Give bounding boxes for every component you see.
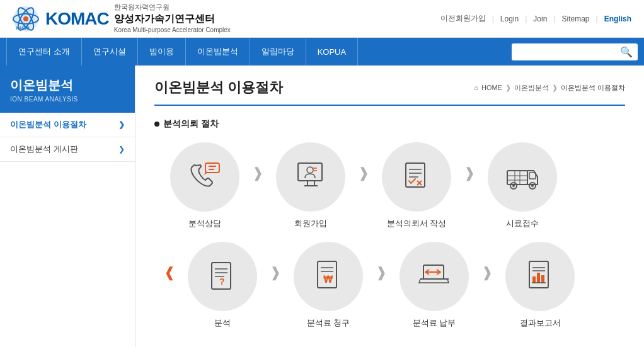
svg-text:KAERI: KAERI bbox=[16, 26, 30, 30]
sidebar-title-en: ION BEAM ANALYSIS bbox=[10, 96, 125, 103]
nav-item-beam[interactable]: 빔이용 bbox=[138, 38, 186, 65]
top-link-english[interactable]: English bbox=[604, 14, 631, 23]
nav-item-ion[interactable]: 이온빔분석 bbox=[186, 38, 250, 65]
page-title: 이온빔분석 이용절차 bbox=[154, 78, 283, 97]
svg-point-25 bbox=[512, 185, 515, 187]
svg-rect-23 bbox=[529, 173, 536, 179]
process-label-6: 분석료 청구 bbox=[307, 317, 350, 329]
section-title: 분석의뢰 절차 bbox=[154, 118, 625, 130]
svg-text:?: ? bbox=[219, 276, 225, 287]
chevron-right-icon-2: ❯ bbox=[118, 145, 125, 154]
process-circle-5: ? bbox=[188, 242, 257, 311]
process-label-4: 시료접수 bbox=[506, 218, 539, 229]
process-circle-8 bbox=[505, 242, 575, 311]
page-title-bar: 이온빔분석 이용절차 ⌂ HOME ❱ 이온빔분석 ❱ 이온빔분석 이용절차 bbox=[154, 78, 625, 106]
process-label-2: 회원가입 bbox=[294, 218, 327, 229]
process-circle-7 bbox=[400, 242, 469, 311]
logo-area: KAERI KOMAC 한국원자력연구원 양성자가속기연구센터 Korea Mu… bbox=[13, 3, 231, 35]
svg-rect-46 bbox=[537, 273, 540, 283]
sidebar-menu: 이온빔분석 이용절차 ❯ 이온빔분석 게시판 ❯ bbox=[0, 111, 135, 162]
process-label-7: 분석료 납부 bbox=[413, 317, 456, 329]
nav-item-facilities[interactable]: 연구시설 bbox=[82, 38, 138, 65]
content-wrapper: 이온빔분석 ION BEAM ANALYSIS 이온빔분석 이용절차 ❯ 이온빔… bbox=[0, 65, 644, 347]
truck-icon bbox=[502, 157, 543, 198]
main-content: 이온빔분석 이용절차 ⌂ HOME ❱ 이온빔분석 ❱ 이온빔분석 이용절차 분… bbox=[135, 65, 644, 347]
search-icon[interactable]: 🔍 bbox=[620, 46, 633, 58]
process-item-1: 분석상담 bbox=[154, 142, 255, 229]
top-link-sitemap[interactable]: Sitemap bbox=[562, 14, 590, 23]
org-name: 한국원자력연구원 양성자가속기연구센터 Korea Multi-purpose … bbox=[114, 3, 231, 35]
process-item-3: 분석의뢰서 작성 bbox=[366, 142, 467, 229]
process-row-2: ❰ ? 분석 ❱ bbox=[154, 242, 625, 329]
process-circle-6: ₩ bbox=[294, 242, 363, 311]
process-label-1: 분석상담 bbox=[188, 218, 221, 229]
sidebar-item-procedure[interactable]: 이온빔분석 이용절차 ❯ bbox=[0, 113, 135, 137]
kaeri-emblem: KAERI bbox=[13, 6, 39, 32]
document-won-icon: ₩ bbox=[308, 256, 349, 297]
svg-rect-47 bbox=[541, 275, 544, 283]
svg-point-13 bbox=[307, 167, 313, 173]
process-circle-3 bbox=[382, 142, 451, 212]
member-register-icon bbox=[290, 157, 331, 198]
top-links: 이전회원가입 | Login | Join | Sitemap | Englis… bbox=[440, 13, 631, 24]
process-label-5: 분석 bbox=[214, 317, 231, 329]
sidebar-header: 이온빔분석 ION BEAM ANALYSIS bbox=[0, 65, 135, 111]
svg-rect-22 bbox=[507, 171, 527, 185]
process-item-2: 회원가입 bbox=[260, 142, 361, 229]
svg-point-4 bbox=[23, 16, 28, 21]
top-header: KAERI KOMAC 한국원자력연구원 양성자가속기연구센터 Korea Mu… bbox=[0, 0, 644, 38]
process-item-4: 시료접수 bbox=[472, 142, 573, 229]
process-item-7: 분석료 납부 bbox=[384, 242, 485, 329]
nav-item-about[interactable]: 연구센터 소개 bbox=[6, 38, 82, 65]
process-label-3: 분석의뢰서 작성 bbox=[387, 218, 447, 229]
svg-rect-9 bbox=[298, 163, 322, 181]
bullet-dot bbox=[154, 122, 159, 127]
sidebar: 이온빔분석 ION BEAM ANALYSIS 이온빔분석 이용절차 ❯ 이온빔… bbox=[0, 65, 135, 347]
search-input[interactable] bbox=[517, 47, 620, 56]
top-link-login[interactable]: Login bbox=[500, 14, 519, 23]
process-item-5: ? 분석 bbox=[172, 242, 273, 329]
process-circle-2 bbox=[276, 142, 345, 212]
komac-label: KOMAC bbox=[45, 9, 109, 29]
main-nav: 연구센터 소개 연구시설 빔이용 이온빔분석 알림마당 KOPUA 🔍 bbox=[0, 38, 644, 65]
svg-rect-45 bbox=[532, 276, 536, 283]
process-circle-4 bbox=[488, 142, 557, 212]
nav-item-kopua[interactable]: KOPUA bbox=[306, 38, 359, 65]
top-link-member[interactable]: 이전회원가입 bbox=[440, 13, 486, 24]
sidebar-item-board[interactable]: 이온빔분석 게시판 ❯ bbox=[0, 137, 135, 162]
svg-text:₩: ₩ bbox=[323, 274, 333, 285]
breadcrumb: ⌂ HOME ❱ 이온빔분석 ❱ 이온빔분석 이용절차 bbox=[474, 83, 625, 93]
nav-items: 연구센터 소개 연구시설 빔이용 이온빔분석 알림마당 KOPUA bbox=[6, 38, 505, 65]
home-icon: ⌂ bbox=[474, 84, 478, 91]
nav-item-notice[interactable]: 알림마당 bbox=[250, 38, 306, 65]
svg-point-27 bbox=[531, 185, 534, 187]
top-link-join[interactable]: Join bbox=[533, 14, 547, 23]
sidebar-title-kr: 이온빔분석 bbox=[10, 77, 125, 94]
nav-search: 🔍 bbox=[512, 43, 638, 60]
document-question-icon: ? bbox=[202, 256, 243, 297]
document-check-icon bbox=[396, 157, 437, 198]
chevron-right-icon: ❯ bbox=[118, 120, 125, 129]
process-row-1: 분석상담 ❱ bbox=[154, 142, 625, 229]
svg-rect-16 bbox=[406, 163, 425, 187]
svg-rect-6 bbox=[205, 163, 219, 173]
chart-report-icon bbox=[520, 256, 561, 297]
process-label-8: 결과보고서 bbox=[520, 317, 561, 329]
kaeri-logo: KAERI bbox=[13, 6, 39, 32]
process-item-6: ₩ 분석료 청구 bbox=[278, 242, 379, 329]
phone-chat-icon bbox=[185, 157, 226, 198]
process-circle-1 bbox=[170, 142, 239, 212]
process-item-8: 결과보고서 bbox=[490, 242, 590, 329]
laptop-arrow-icon bbox=[414, 256, 455, 297]
